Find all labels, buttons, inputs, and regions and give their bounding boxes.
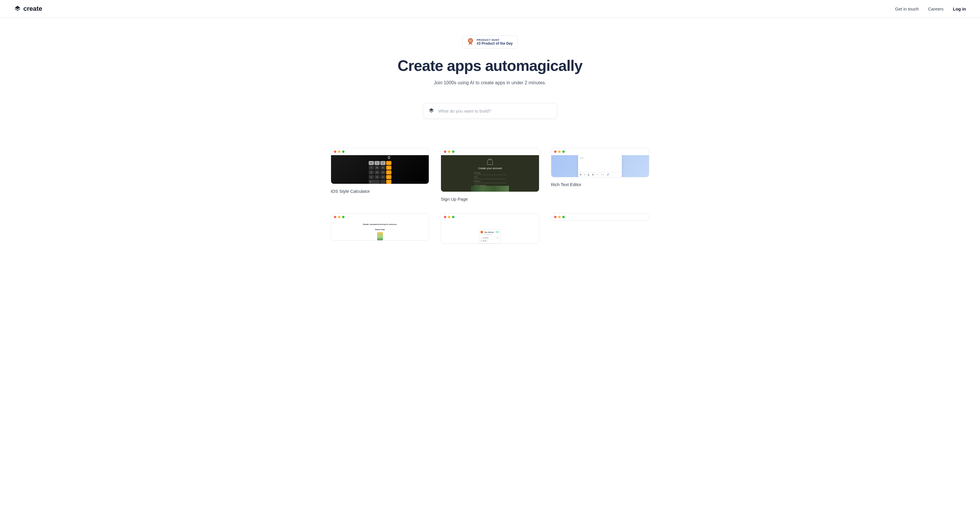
traffic-light-close-icon	[554, 216, 557, 218]
example-pricing[interactable]: Simple, transparent pricing for everyone…	[331, 213, 429, 244]
calc-key: 7	[369, 166, 374, 170]
site-header: create Get in touch Careers Log in	[0, 0, 980, 18]
calc-key: 3	[380, 175, 386, 179]
calc-key: AC	[369, 161, 374, 165]
calc-key: 0	[369, 180, 380, 184]
calc-key: 5	[374, 170, 380, 174]
hero-section: PRODUCT HUNT #3 Product of the Day Creat…	[329, 18, 651, 131]
signup-field: Full Name	[474, 172, 506, 175]
setting-label: Activity	[483, 240, 500, 242]
calc-key: 4	[369, 170, 374, 174]
calc-key: 1	[369, 175, 374, 179]
traffic-light-min-icon	[338, 151, 340, 153]
prompt-input[interactable]	[438, 108, 552, 113]
traffic-light-min-icon	[558, 216, 561, 218]
hero-subtitle: Join 1000s using AI to create apps in un…	[337, 80, 643, 86]
svg-point-1	[469, 39, 472, 42]
prompt-icon	[428, 107, 434, 114]
calc-key: 9	[380, 166, 386, 170]
traffic-light-max-icon	[562, 151, 565, 153]
window-titlebar	[441, 148, 539, 155]
preview-window: Simple, transparent pricing for everyone…	[331, 213, 429, 240]
calc-key: %	[380, 161, 386, 165]
calc-key: .	[380, 180, 386, 184]
preview-window: Create your account Full Name Email Pass…	[441, 148, 539, 192]
calc-key: 6	[380, 170, 386, 174]
bold-icon: B	[580, 174, 581, 176]
example-title: iOS Style Calculator	[331, 189, 429, 194]
window-titlebar	[551, 148, 649, 155]
setting-label: Dark Mode	[483, 237, 496, 239]
badge-source: PRODUCT HUNT	[477, 38, 512, 41]
preview-window: Sam Johnson PRO @samjohnson 🌙 Dark Mode …	[441, 213, 539, 244]
traffic-light-max-icon	[452, 216, 454, 218]
preview-body: 0 AC +/- % ÷ 7 8 9 × 4 5 6 − 1	[331, 155, 429, 184]
profile-card: Sam Johnson PRO @samjohnson 🌙 Dark Mode …	[479, 229, 501, 244]
preview-window: Notes... B I U S ≡ ⋮≡ 🔗	[551, 148, 649, 177]
traffic-light-max-icon	[342, 216, 344, 218]
calc-key: =	[386, 180, 391, 184]
examples-grid: 0 AC +/- % ÷ 7 8 9 × 4 5 6 − 1	[324, 148, 656, 244]
traffic-light-min-icon	[338, 216, 340, 218]
example-rte[interactable]: Notes... B I U S ≡ ⋮≡ 🔗 Rich Text Editor	[551, 148, 649, 202]
calc-key: −	[386, 170, 391, 174]
calc-display: 0	[369, 155, 391, 161]
calc-key: 2	[374, 175, 380, 179]
top-nav: Get in touch Careers Log in	[895, 6, 966, 11]
pro-badge: PRO	[495, 231, 500, 233]
toggle-icon	[496, 237, 500, 239]
pricing-title: Simple, transparent pricing for everyone…	[363, 223, 397, 225]
traffic-light-min-icon	[448, 216, 450, 218]
activity-icon: 📊	[480, 240, 482, 242]
nav-contact[interactable]: Get in touch	[895, 6, 919, 11]
calc-key: +	[386, 175, 391, 179]
logo-icon	[14, 5, 21, 13]
medal-icon	[467, 38, 474, 46]
example-title: Sign Up Page	[441, 197, 539, 202]
preview-body: Create your account Full Name Email Pass…	[441, 155, 539, 192]
editor-body: Notes...	[578, 155, 622, 172]
underline-icon: U	[588, 174, 589, 176]
traffic-light-max-icon	[452, 151, 454, 153]
nav-login[interactable]: Log in	[953, 6, 966, 11]
calc-keypad: AC +/- % ÷ 7 8 9 × 4 5 6 − 1 2 3	[369, 161, 391, 184]
hero-title: Create apps automagically	[337, 57, 643, 74]
calc-key: +/-	[374, 161, 380, 165]
illustration-icon	[377, 232, 383, 240]
preview-body: Sam Johnson PRO @samjohnson 🌙 Dark Mode …	[441, 221, 539, 244]
prompt-box[interactable]	[423, 103, 557, 119]
product-hunt-badge[interactable]: PRODUCT HUNT #3 Product of the Day	[462, 35, 517, 49]
window-titlebar	[441, 213, 539, 221]
castle-icon	[486, 158, 494, 166]
example-calculator[interactable]: 0 AC +/- % ÷ 7 8 9 × 4 5 6 − 1	[331, 148, 429, 202]
pricing-plan: Starter Plan	[375, 229, 385, 231]
numbered-list-icon: ⋮≡	[601, 174, 604, 176]
moon-icon: 🌙	[480, 237, 482, 239]
calc-key: 8	[374, 166, 380, 170]
traffic-light-min-icon	[448, 151, 450, 153]
logo-text: create	[23, 5, 42, 13]
link-icon: 🔗	[607, 174, 609, 176]
logo[interactable]: create	[14, 5, 42, 13]
badge-rank: #3 Product of the Day	[477, 41, 512, 46]
preview-body: Notes... B I U S ≡ ⋮≡ 🔗	[551, 155, 649, 177]
traffic-light-close-icon	[334, 151, 336, 153]
forest-image	[471, 186, 509, 192]
example-profile[interactable]: Sam Johnson PRO @samjohnson 🌙 Dark Mode …	[441, 213, 539, 244]
editor-card: Notes... B I U S ≡ ⋮≡ 🔗	[578, 155, 622, 177]
example-weather[interactable]: Pizza Anon	[551, 213, 649, 244]
list-icon: ≡	[597, 174, 598, 176]
traffic-light-close-icon	[334, 216, 336, 218]
editor-toolbar: B I U S ≡ ⋮≡ 🔗	[578, 172, 622, 177]
example-signup[interactable]: Create your account Full Name Email Pass…	[441, 148, 539, 202]
traffic-light-close-icon	[444, 151, 446, 153]
window-titlebar	[331, 148, 429, 155]
preview-window: Pizza Anon	[551, 213, 649, 221]
signup-field: Password	[474, 180, 506, 183]
nav-careers[interactable]: Careers	[928, 6, 943, 11]
preview-body: Simple, transparent pricing for everyone…	[331, 221, 429, 240]
traffic-light-min-icon	[558, 151, 561, 153]
traffic-light-close-icon	[444, 216, 446, 218]
traffic-light-max-icon	[342, 151, 344, 153]
profile-handle: @samjohnson	[484, 234, 500, 235]
